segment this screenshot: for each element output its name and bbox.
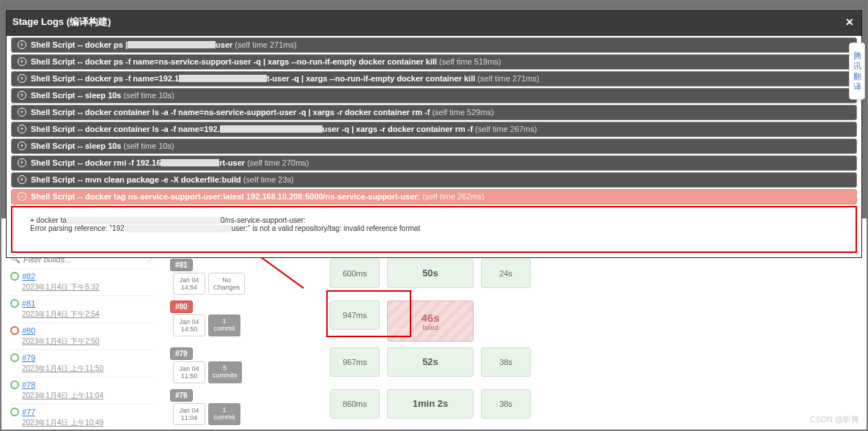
log-label: Shell Script -- mvn clean package -e -X … xyxy=(31,175,241,184)
build-item[interactable]: #772023年1月4日 上午10:49 xyxy=(10,405,154,431)
stage-cell[interactable]: 860ms xyxy=(330,389,380,419)
build-date[interactable]: 2023年1月4日 上午10:49 xyxy=(22,418,154,428)
log-row[interactable]: +Shell Script -- docker rmi -f 192.16rt-… xyxy=(11,155,857,171)
date-box: Jan 0411:04 xyxy=(173,403,205,425)
log-row[interactable]: +Shell Script -- mvn clean package -e -X… xyxy=(11,172,857,188)
build-number[interactable]: #79 xyxy=(22,353,35,362)
log-row[interactable]: +Shell Script -- docker container ls -a … xyxy=(11,105,857,120)
plus-circle-icon: + xyxy=(18,141,26,150)
log-label: Shell Script -- sleep 10s xyxy=(31,141,122,150)
log-time: (self time 271ms) xyxy=(477,74,539,83)
commits-box[interactable]: 1commit xyxy=(208,403,240,425)
stage-cell[interactable]: 967ms xyxy=(330,347,380,377)
plus-circle-icon: + xyxy=(18,175,26,184)
log-time: (self time 271ms) xyxy=(235,40,296,49)
success-icon xyxy=(10,380,19,389)
date-box: Jan 0414:54 xyxy=(173,273,205,295)
log-label: Shell Script -- docker container ls -a -… xyxy=(31,108,430,117)
build-item[interactable]: #822023年1月4日 下午5:32 xyxy=(10,269,154,296)
log-row[interactable]: +Shell Script -- sleep 10s(self time 10s… xyxy=(11,139,857,154)
build-badge[interactable]: #80 xyxy=(170,301,193,313)
commits-box[interactable]: 5commits xyxy=(208,361,242,383)
build-item[interactable]: #802023年1月4日 下午2:50 xyxy=(10,323,154,350)
build-badge[interactable]: #78 xyxy=(170,389,193,402)
fail-icon xyxy=(10,326,19,335)
error-output: + docker ta0/ns-service-support-user: Er… xyxy=(23,207,845,246)
build-date[interactable]: 2023年1月4日 上午11:50 xyxy=(22,364,154,374)
log-time: (self time 262ms) xyxy=(422,192,484,201)
success-icon xyxy=(10,272,19,281)
log-label: Shell Script -- sleep 10s xyxy=(31,91,122,100)
log-label: Shell Script -- docker rmi -f 192.16 xyxy=(31,158,161,167)
stage-cell[interactable]: 1min 2s xyxy=(387,389,474,419)
plus-circle-icon: + xyxy=(18,91,26,100)
log-time: (self time 23s) xyxy=(243,175,294,184)
plus-circle-icon: + xyxy=(18,158,26,167)
success-icon xyxy=(10,408,19,416)
plus-circle-icon: + xyxy=(18,57,26,66)
stage-cell[interactable]: 50s xyxy=(387,259,474,288)
commits-box[interactable]: NoChanges xyxy=(208,273,245,295)
pipeline-row: #78Jan 0411:041commit860ms1min 2s38s xyxy=(170,389,531,425)
log-time: (self time 10s) xyxy=(124,91,174,100)
pipeline-row: #79Jan 0411:505commits967ms52s38s xyxy=(170,347,531,383)
build-item[interactable]: #812023年1月4日 下午2:54 xyxy=(10,296,154,323)
stage-cell[interactable]: 600ms xyxy=(330,259,380,288)
plus-circle-icon: + xyxy=(18,125,26,133)
minus-circle-icon: − xyxy=(18,192,26,201)
plus-circle-icon: + xyxy=(18,108,26,117)
log-row[interactable]: +Shell Script -- docker ps -f name=ns-se… xyxy=(11,54,857,70)
translate-tab[interactable]: 腾讯翻译 xyxy=(849,43,865,100)
build-date[interactable]: 2023年1月4日 下午2:54 xyxy=(22,309,154,320)
log-row[interactable]: +Shell Script -- sleep 10s(self time 10s… xyxy=(11,88,857,103)
stage-cell[interactable]: 38s xyxy=(481,347,531,377)
plus-circle-icon: + xyxy=(18,40,26,49)
log-row-error[interactable]: − Shell Script -- docker tag ns-service-… xyxy=(11,189,857,205)
date-box: Jan 0411:50 xyxy=(173,361,205,383)
build-number[interactable]: #78 xyxy=(22,380,35,389)
log-row[interactable]: +Shell Script -- docker container ls -a … xyxy=(11,122,857,137)
stage-cell[interactable]: 52s xyxy=(387,347,474,377)
log-label: Shell Script -- docker ps | xyxy=(31,40,128,49)
pipeline-row: #81Jan 0414:54NoChanges600ms50s24s xyxy=(170,259,531,295)
build-date[interactable]: 2023年1月4日 下午2:50 xyxy=(22,336,154,347)
modal-title: Stage Logs (编译构建) xyxy=(12,15,111,29)
log-row[interactable]: +Shell Script -- docker ps -f name=192.1… xyxy=(11,71,857,86)
stage-logs-modal: Stage Logs (编译构建) ✕ +Shell Script -- doc… xyxy=(6,10,862,258)
log-label: Shell Script -- docker container ls -a -… xyxy=(31,125,220,133)
modal-header: Stage Logs (编译构建) ✕ xyxy=(7,11,861,36)
commits-box[interactable]: 1commit xyxy=(208,314,240,336)
success-icon xyxy=(10,353,19,362)
log-time: (self time 529ms) xyxy=(432,108,493,117)
build-date[interactable]: 2023年1月4日 上午11:04 xyxy=(22,391,154,401)
build-badge[interactable]: #81 xyxy=(170,259,193,271)
log-time: (self time 519ms) xyxy=(439,57,501,66)
build-item[interactable]: #792023年1月4日 上午11:50 xyxy=(10,350,154,377)
log-label: Shell Script -- docker ps -f name=192.1 xyxy=(31,74,179,83)
log-label: Shell Script -- docker tag ns-service-su… xyxy=(31,192,420,201)
build-number[interactable]: #82 xyxy=(22,272,35,281)
log-time: (self time 267ms) xyxy=(475,125,537,133)
log-time: (self time 270ms) xyxy=(247,158,309,167)
build-number[interactable]: #80 xyxy=(22,326,35,335)
build-date[interactable]: 2023年1月4日 下午5:32 xyxy=(22,282,154,292)
plus-circle-icon: + xyxy=(18,74,26,83)
build-number[interactable]: #81 xyxy=(22,299,35,308)
watermark: CSDN @昕爽 xyxy=(810,414,859,425)
build-badge[interactable]: #79 xyxy=(170,347,193,360)
log-time: (self time 10s) xyxy=(124,141,174,150)
success-icon xyxy=(10,299,19,308)
build-item[interactable]: #782023年1月4日 上午11:04 xyxy=(10,377,154,405)
annotation-fail-box xyxy=(326,290,411,337)
stage-cell[interactable]: 24s xyxy=(481,259,531,288)
date-box: Jan 0414:50 xyxy=(173,314,205,336)
log-row[interactable]: +Shell Script -- docker ps |user(self ti… xyxy=(11,37,857,53)
close-icon[interactable]: ✕ xyxy=(845,16,854,28)
log-label: Shell Script -- docker ps -f name=ns-ser… xyxy=(31,57,437,66)
stage-cell[interactable]: 38s xyxy=(481,389,531,419)
build-number[interactable]: #77 xyxy=(22,408,35,416)
